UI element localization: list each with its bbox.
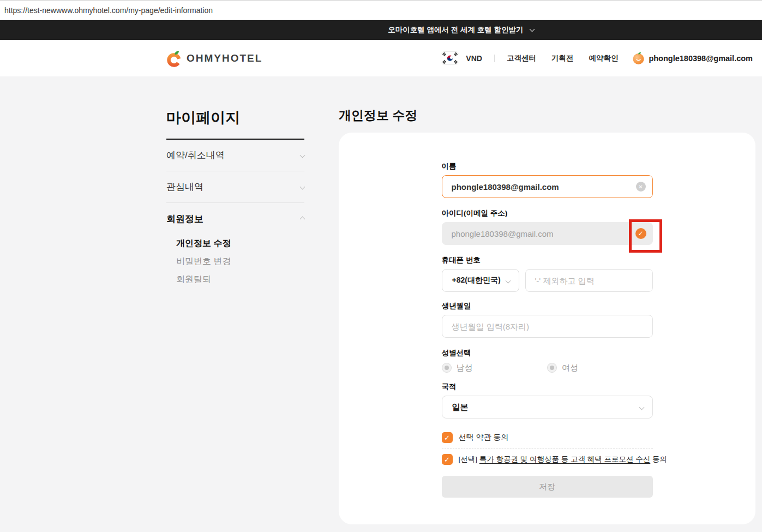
- gender-label: 성별선택: [442, 348, 653, 357]
- sidebar-item-reservations[interactable]: 예약/취소내역: [166, 140, 304, 171]
- member-info-submenu: 개인정보 수정 비밀번호 변경 회원탈퇴: [166, 235, 304, 293]
- page-content: 마이페이지 예약/취소내역 관심내역 회원정보 개인정보 수정 비밀번호 변경 …: [0, 76, 762, 532]
- email-field-group: 아이디(이메일 주소) ✓: [442, 208, 653, 245]
- email-input: [442, 222, 653, 245]
- page-url[interactable]: https://test-newwww.ohmyhotel.com/my-pag…: [4, 6, 213, 15]
- radio-icon: [547, 363, 557, 373]
- phone-input[interactable]: [525, 269, 653, 292]
- currency-selector[interactable]: VND: [466, 54, 482, 63]
- nav-promotions[interactable]: 기획전: [551, 53, 574, 63]
- radio-icon: [442, 363, 452, 373]
- sidebar-item-member-info[interactable]: 회원정보: [166, 203, 304, 235]
- nav-booking-confirm[interactable]: 예약확인: [589, 53, 618, 63]
- checkbox-checked-icon[interactable]: ✓: [442, 432, 453, 443]
- agreement-optional-terms[interactable]: ✓ 선택 약관 동의: [442, 432, 653, 443]
- nationality-field-group: 국적 일본: [442, 382, 653, 419]
- save-button[interactable]: 저장: [442, 476, 653, 498]
- main-area: 개인정보 수정 이름 ✕ 아이디(이메일 주소) ✓: [339, 76, 755, 532]
- page-title: 개인정보 수정: [339, 107, 755, 124]
- dashed-divider: [442, 449, 653, 449]
- mascot-avatar-icon: [632, 52, 645, 65]
- ohmyhotel-logo-icon: [166, 50, 183, 67]
- promotion-terms-link[interactable]: 특가 항공권 및 여행상품 등 고객 혜택 프로모션 수신: [479, 455, 651, 463]
- edit-info-card: 이름 ✕ 아이디(이메일 주소) ✓: [339, 133, 755, 524]
- gender-radio-male[interactable]: 남성: [442, 363, 548, 373]
- mypage-sidebar: 마이페이지 예약/취소내역 관심내역 회원정보 개인정보 수정 비밀번호 변경 …: [166, 76, 304, 532]
- birthdate-field-group: 생년월일: [442, 301, 653, 338]
- account-menu[interactable]: phongle180398@gmail.com: [632, 52, 753, 65]
- name-input[interactable]: [442, 175, 653, 198]
- agreement-promotions[interactable]: ✓ [선택] 특가 항공권 및 여행상품 등 고객 혜택 프로모션 수신 동의: [442, 454, 653, 465]
- account-email[interactable]: phongle180398@gmail.com: [649, 54, 753, 63]
- chevron-up-icon: [300, 216, 305, 222]
- chevron-down-icon: [505, 278, 511, 283]
- nationality-label: 국적: [442, 382, 653, 391]
- phone-label: 휴대폰 번호: [442, 255, 653, 265]
- promo-banner[interactable]: 오마이호텔 앱에서 전 세계 호텔 할인받기: [0, 20, 762, 40]
- name-label: 이름: [442, 162, 653, 171]
- sidebar-item-favorites[interactable]: 관심내역: [166, 171, 304, 203]
- header-divider: [494, 55, 495, 62]
- sidebar-title: 마이페이지: [166, 76, 304, 128]
- nav-customer-center[interactable]: 고객센터: [507, 53, 536, 63]
- gender-radio-female[interactable]: 여성: [547, 363, 653, 373]
- nationality-select[interactable]: 일본: [442, 396, 653, 419]
- country-code-select[interactable]: +82(대한민국): [442, 269, 519, 292]
- chevron-down-icon: [639, 404, 644, 410]
- submenu-edit-personal-info[interactable]: 개인정보 수정: [176, 235, 304, 253]
- submenu-withdraw-membership[interactable]: 회원탈퇴: [176, 271, 304, 289]
- birthdate-input[interactable]: [442, 315, 653, 338]
- email-label: 아이디(이메일 주소): [442, 208, 653, 218]
- gender-field-group: 성별선택 남성 여성: [442, 348, 653, 374]
- submenu-change-password[interactable]: 비밀번호 변경: [176, 253, 304, 271]
- clear-icon[interactable]: ✕: [636, 182, 646, 192]
- promo-banner-text: 오마이호텔 앱에서 전 세계 호텔 할인받기: [388, 25, 523, 35]
- site-header: OHMYHOTEL VND 고객센터 기획전 예약확인: [0, 40, 762, 76]
- ohmyhotel-logo[interactable]: OHMYHOTEL: [166, 50, 262, 67]
- chevron-down-icon: [300, 184, 305, 190]
- checkbox-checked-icon[interactable]: ✓: [442, 454, 453, 465]
- chevron-down-icon: [300, 153, 305, 158]
- chevron-down-icon[interactable]: [529, 26, 535, 32]
- logo-wordmark: OHMYHOTEL: [187, 52, 262, 64]
- name-field-group: 이름 ✕: [442, 162, 653, 198]
- browser-url-bar[interactable]: https://test-newwww.ohmyhotel.com/my-pag…: [0, 0, 762, 20]
- phone-field-group: 휴대폰 번호 +82(대한민국): [442, 255, 653, 292]
- check-circle-icon: ✓: [635, 228, 646, 239]
- korea-flag-icon[interactable]: [441, 51, 459, 65]
- birthdate-label: 생년월일: [442, 301, 653, 310]
